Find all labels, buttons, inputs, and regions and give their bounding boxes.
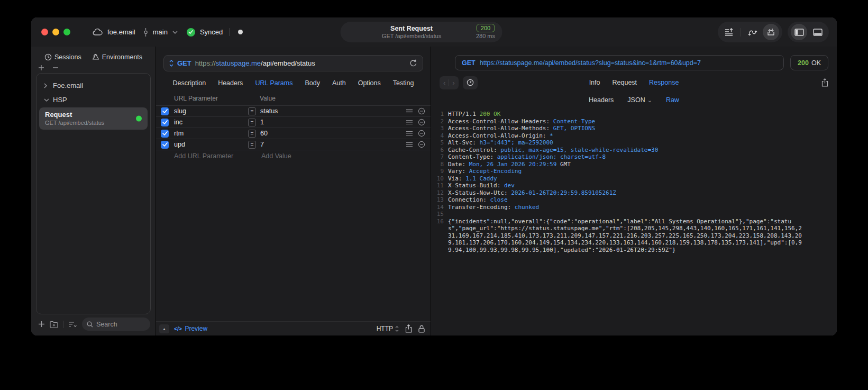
request-tab-headers[interactable]: Headers <box>218 79 243 87</box>
equals-operator[interactable]: = <box>248 119 256 126</box>
request-method[interactable]: GET <box>177 59 191 67</box>
protocol-selector[interactable]: HTTP <box>377 325 399 332</box>
param-name[interactable]: slug <box>174 107 248 115</box>
preview-button[interactable]: </> Preview <box>174 325 207 332</box>
reorder-row-icon[interactable] <box>406 131 413 136</box>
pager-divider <box>449 79 449 86</box>
chevron-right-icon[interactable] <box>44 83 49 88</box>
branch-chevron-down-icon[interactable] <box>172 31 178 34</box>
toggle-left-sidebar-icon[interactable] <box>791 24 807 40</box>
response-status-code: 200 <box>798 59 809 67</box>
branch-name[interactable]: main <box>153 28 168 36</box>
equals-operator[interactable]: = <box>248 141 256 149</box>
remove-row-icon[interactable] <box>418 141 425 148</box>
merge-arrows-icon[interactable] <box>744 24 761 40</box>
line-number: 14 <box>431 204 448 211</box>
param-value[interactable]: 7 <box>260 141 406 148</box>
request-tab-auth[interactable]: Auth <box>332 79 346 87</box>
response-tab-response[interactable]: Response <box>649 79 679 86</box>
tab-sessions[interactable]: Sessions <box>44 53 81 61</box>
sent-url-box[interactable]: GET https://statuspage.me/api/embed/stat… <box>455 55 784 70</box>
response-view-raw[interactable]: Raw <box>666 96 679 104</box>
request-tab-url-params[interactable]: URL Params <box>255 79 293 87</box>
equals-operator[interactable]: = <box>248 130 256 138</box>
request-tab-options[interactable]: Options <box>358 79 381 87</box>
next-response-icon[interactable]: › <box>452 79 454 87</box>
equals-operator[interactable]: = <box>248 107 256 115</box>
code-line: 9Vary: Accept-Encoding <box>431 168 804 175</box>
toggle-bottom-panel-icon[interactable] <box>809 24 826 40</box>
line-content: Via: 1.1 Caddy <box>448 175 804 183</box>
add-session-icon[interactable] <box>38 65 44 71</box>
param-row: upd=7 <box>156 139 431 150</box>
response-history-icon[interactable] <box>463 76 478 89</box>
param-value[interactable]: status <box>260 107 406 115</box>
response-tabs: InfoRequestResponse <box>589 79 679 86</box>
method-selector-icon[interactable] <box>169 60 173 67</box>
add-param-value-button[interactable]: Add Value <box>261 152 291 160</box>
response-view-headers[interactable]: Headers <box>589 96 614 104</box>
zoom-window-button[interactable] <box>63 29 70 35</box>
param-checkbox[interactable] <box>161 119 169 126</box>
request-url-bar[interactable]: GET https://statuspage.me/api/embed/stat… <box>163 55 423 71</box>
param-value[interactable]: 1 <box>260 119 406 126</box>
remove-session-icon[interactable] <box>52 65 59 71</box>
param-name[interactable]: upd <box>174 141 248 148</box>
response-view-json[interactable]: JSON⌄ <box>627 96 652 104</box>
param-checkbox[interactable] <box>161 130 169 138</box>
footer-right-actions: HTTP <box>377 324 425 333</box>
remove-row-icon[interactable] <box>418 130 425 137</box>
editor-spacer <box>156 162 431 321</box>
param-value[interactable]: 60 <box>260 130 406 137</box>
main-content: Sessions Environments <box>31 47 837 335</box>
code-line: 14Transfer-Encoding: chunked <box>431 204 804 211</box>
params-rows: slug=statusinc=1rtm=60upd=7 <box>156 106 431 150</box>
project-name[interactable]: foe.email <box>107 28 135 36</box>
reorder-row-icon[interactable] <box>406 142 413 147</box>
response-tab-info[interactable]: Info <box>589 79 600 86</box>
param-checkbox[interactable] <box>161 107 169 115</box>
search-input[interactable] <box>96 321 145 328</box>
close-window-button[interactable] <box>41 29 48 35</box>
request-url[interactable]: https://statuspage.me/api/embed/status <box>195 59 315 67</box>
response-nav: ‹ › InfoRequestResponse <box>440 76 828 89</box>
tab-environments[interactable]: Environments <box>92 53 142 61</box>
export-list-icon[interactable] <box>721 24 737 40</box>
sent-request-summary: Sent Request GET /api/embed/status <box>382 25 441 39</box>
lock-icon[interactable] <box>418 325 425 333</box>
export-response-icon[interactable] <box>821 78 828 87</box>
request-tree-item[interactable]: Request GET /api/embed/status <box>39 107 148 130</box>
remove-row-icon[interactable] <box>418 107 425 115</box>
line-content: HTTP/1.1 200 OK <box>448 111 804 118</box>
request-tab-description[interactable]: Description <box>173 79 206 87</box>
tree-group-hsp[interactable]: HSP <box>39 93 148 107</box>
remove-row-icon[interactable] <box>418 119 425 126</box>
add-folder-icon[interactable] <box>50 321 58 328</box>
chevron-down-icon[interactable] <box>44 98 49 102</box>
share-icon[interactable] <box>405 324 412 333</box>
request-tab-testing[interactable]: Testing <box>393 79 414 87</box>
param-checkbox[interactable] <box>161 141 169 149</box>
resend-request-icon[interactable] <box>409 59 417 67</box>
expand-panel-button[interactable]: ▲ <box>159 324 169 333</box>
previous-response-icon[interactable]: ‹ <box>443 79 445 87</box>
minimize-window-button[interactable] <box>52 29 59 35</box>
line-content: Connection: close <box>448 196 804 204</box>
param-name[interactable]: rtm <box>174 130 248 137</box>
add-param-name-button[interactable]: Add URL Parameter <box>174 152 261 160</box>
request-tab-body[interactable]: Body <box>305 79 320 87</box>
request-item-title: Request <box>45 111 142 119</box>
sync-status[interactable]: Synced <box>200 28 223 36</box>
tab-environments-label: Environments <box>102 53 142 61</box>
sent-url: https://statuspage.me/api/embed/status?s… <box>480 59 701 67</box>
response-tab-request[interactable]: Request <box>613 79 637 86</box>
add-request-icon[interactable] <box>38 321 45 328</box>
sort-filter-icon[interactable] <box>68 321 77 328</box>
reorder-row-icon[interactable] <box>406 120 413 125</box>
tree-group-foe-email[interactable]: Foe.email <box>39 78 148 93</box>
sidebar-search[interactable] <box>82 318 150 331</box>
param-name[interactable]: inc <box>174 119 248 126</box>
reorder-row-icon[interactable] <box>406 108 413 114</box>
import-export-icon[interactable] <box>763 24 779 40</box>
sent-request-pill[interactable]: Sent Request GET /api/embed/status 200 2… <box>340 22 502 42</box>
